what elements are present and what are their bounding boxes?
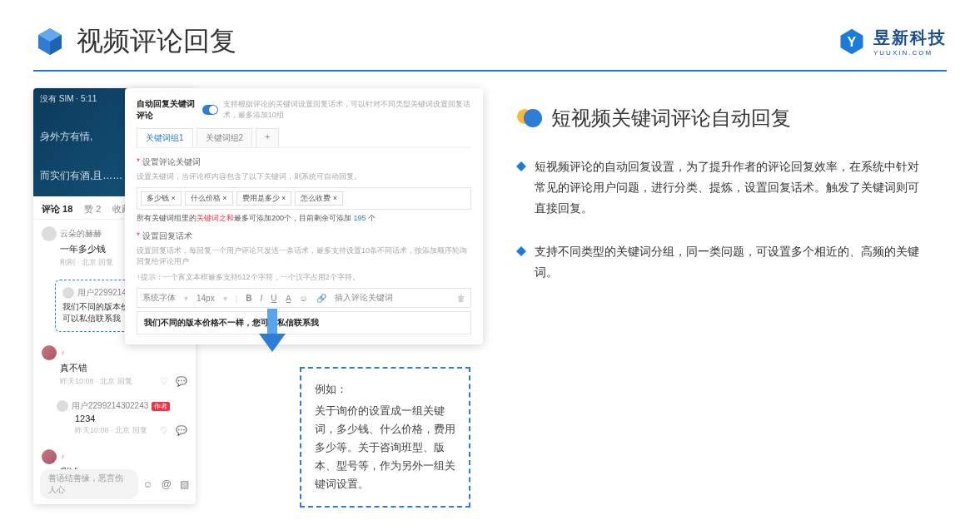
size-select[interactable]: 14px	[196, 294, 215, 303]
italic-button[interactable]: I	[261, 294, 263, 303]
comment-user: 云朵的赫赫	[60, 228, 102, 240]
bullet-text: 支持不同类型的关键词分组，同一类问题，可设置多个相近的、高频的关键词。	[535, 241, 924, 283]
bullet-item: 短视频评论的自动回复设置，为了提升作者的评论回复效率，在系统中针对常见的评论用户…	[516, 156, 924, 220]
tab-likes[interactable]: 赞 2	[84, 203, 101, 215]
font-select[interactable]: 系统字体	[142, 292, 176, 304]
reply-content-editor[interactable]: 我们不同的版本价格不一样，您可以私信联系我	[137, 311, 471, 334]
gender-icon: ♀	[60, 349, 66, 357]
avatar	[62, 287, 74, 299]
author-badge: 作者	[152, 402, 170, 411]
tab-add-group[interactable]: +	[256, 128, 279, 147]
link-button[interactable]: 🔗	[316, 294, 326, 303]
editor-toolbar: 系统字体▾ 14px▾ | B I U A̲ ☺ 🔗 插入评论关键词 🗑	[137, 288, 471, 308]
keyword-tip: 设置关键词，当评论框内容包含了以下关键词，则系统可自动回复。	[137, 171, 471, 182]
keyword-section-label: 设置评论关键词	[137, 156, 471, 168]
example-title: 例如：	[315, 380, 455, 399]
diamond-icon	[516, 161, 526, 171]
keyword-tag[interactable]: 什么价格 ×	[185, 191, 233, 206]
tab-kwgroup-2[interactable]: 关键词组2	[196, 128, 253, 147]
gender-icon: ♀	[60, 453, 66, 461]
tab-kwgroup-1[interactable]: 关键词组1	[137, 128, 193, 147]
comment-meta: 昨天10:08 · 北京 回复	[75, 425, 147, 436]
toggle-desc: 支持根据评论的关键词设置回复话术，可以针对不同类型关键词设置回复话术，最多添加1…	[223, 99, 471, 121]
comment-item: ♀ 真不错 昨天10:08 · 北京 回复♡ 💬	[33, 339, 196, 394]
page-header: 视频评论回复 Y 昱新科技 YUUXIN.COM	[0, 0, 980, 70]
svg-marker-9	[516, 161, 526, 171]
illustration-column: 没有 SIM · 5:11 身外方有情, 而实们有酒,且…… 评论 18 赞 2…	[33, 88, 491, 305]
svg-point-8	[524, 109, 542, 127]
comment-meta: 刚刚 · 北京 回复	[60, 257, 113, 268]
reply-tip: 设置回复话术，每回复一个用户评论只发送一条话术，最多支持设置10条不同话术，按添…	[137, 245, 471, 267]
delete-button[interactable]: 🗑	[457, 294, 465, 303]
cube-icon	[33, 25, 67, 58]
svg-rect-5	[267, 309, 277, 334]
underline-button[interactable]: U	[271, 294, 276, 303]
color-button[interactable]: A̲	[286, 294, 291, 303]
avatar	[42, 226, 57, 241]
description-column: 短视频关键词评论自动回复 短视频评论的自动回复设置，为了提升作者的评论回复效率，…	[491, 88, 924, 305]
logo-subtitle: YUUXIN.COM	[873, 49, 947, 57]
svg-text:Y: Y	[848, 34, 857, 49]
avatar	[57, 400, 68, 412]
keyword-group-tabs: 关键词组1 关键词组2 +	[137, 128, 471, 148]
avatar	[42, 345, 57, 360]
brand-logo: Y 昱新科技 YUUXIN.COM	[837, 27, 947, 57]
comment-item: 用户2299214302243 作者 1234 昨天10:08 · 北京 回复♡…	[48, 394, 196, 443]
comment-input[interactable]: 善语结善缘，恶言伤人心	[40, 469, 138, 499]
chat-bubble-icon	[516, 105, 543, 131]
reply-section-label: 设置回复话术	[137, 230, 471, 242]
bullet-item: 支持不同类型的关键词分组，同一类问题，可设置多个相近的、高频的关键词。	[516, 241, 924, 283]
like-icon[interactable]: ♡ 💬	[160, 425, 187, 436]
keyword-tag[interactable]: 费用是多少 ×	[236, 191, 292, 206]
reply-tip-2: ↑提示：一个富文本框最多支持512个字符，一个汉字占用2个字符。	[137, 272, 471, 283]
keyword-tag[interactable]: 多少钱 ×	[141, 191, 182, 206]
emoji-icon[interactable]: ☺	[143, 478, 153, 490]
comment-meta: 昨天10:08 · 北京 回复	[60, 376, 132, 387]
bullet-text: 短视频评论的自动回复设置，为了提升作者的评论回复效率，在系统中针对常见的评论用户…	[535, 156, 924, 220]
emoji-button[interactable]: ☺	[300, 294, 308, 303]
insert-keyword-button[interactable]: 插入评论关键词	[335, 292, 393, 304]
diamond-icon	[516, 246, 526, 256]
keyword-count-note: 所有关键词组里的关键词之和最多可添加200个，目前剩余可添加 195 个	[137, 213, 471, 224]
settings-panel: 自动回复关键词评论 支持根据评论的关键词设置回复话术，可以针对不同类型关键词设置…	[125, 88, 483, 344]
comment-body: 1234	[75, 414, 187, 424]
page-title: 视频评论回复	[77, 23, 236, 60]
tab-comments[interactable]: 评论 18	[42, 203, 72, 215]
comment-user: 用户2299214302243	[72, 400, 148, 412]
comment-body: 真不错	[60, 362, 187, 374]
svg-marker-6	[259, 334, 286, 352]
bold-button[interactable]: B	[246, 294, 251, 303]
like-icon[interactable]: ♡ 💬	[160, 376, 187, 387]
toggle-switch[interactable]	[202, 105, 218, 115]
comment-input-bar: 善语结善缘，恶言伤人心 ☺ @ ▧	[40, 469, 189, 499]
arrow-down-icon	[256, 309, 289, 354]
avatar	[42, 449, 57, 464]
logo-icon: Y	[837, 27, 867, 57]
keyword-tag[interactable]: 怎么收费 ×	[295, 191, 343, 206]
image-icon[interactable]: ▧	[180, 478, 189, 490]
keyword-tag-input[interactable]: 多少钱 × 什么价格 × 费用是多少 × 怎么收费 ×	[137, 187, 471, 210]
toggle-label: 自动回复关键词评论	[137, 98, 197, 121]
at-icon[interactable]: @	[162, 478, 172, 490]
logo-name: 昱新科技	[873, 27, 947, 49]
svg-marker-10	[516, 246, 526, 256]
section-title: 短视频关键词评论自动回复	[516, 105, 924, 131]
example-body: 关于询价的设置成一组关键词，多少钱、什么价格，费用多少等。关于咨询班型、版本、型…	[315, 402, 455, 493]
example-callout: 例如： 关于询价的设置成一组关键词，多少钱、什么价格，费用多少等。关于咨询班型、…	[300, 367, 470, 508]
